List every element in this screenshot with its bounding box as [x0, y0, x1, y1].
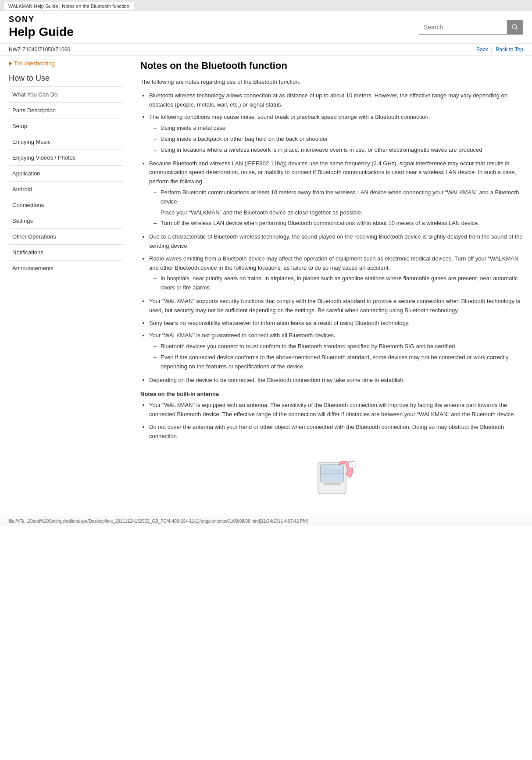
- browser-tab-bar: WALKMAN Help Guide | Notes on the Blueto…: [0, 0, 532, 11]
- nav-links: Back | Back to Top: [476, 46, 523, 53]
- main-bullet-item: Sony bears no responsibility whatsoever …: [149, 319, 523, 328]
- content-title: Notes on the Bluetooth function: [140, 60, 523, 71]
- sidebar-nav-link-enjoying-music[interactable]: Enjoying Music: [9, 134, 123, 150]
- sidebar-nav-item: Setup: [9, 118, 123, 134]
- sidebar-nav-link-notifications[interactable]: Notifications: [9, 245, 123, 260]
- sidebar-nav-link-announcements[interactable]: Announcements: [9, 260, 123, 276]
- search-box: [419, 20, 523, 35]
- antenna-diagram-svg: 1: [297, 450, 367, 503]
- svg-text:1: 1: [351, 462, 353, 467]
- antenna-bullet-item: Do not cover the antenna with your hand …: [149, 423, 523, 441]
- page-footer: file:///F|/...20and%20Settings/editorala…: [0, 516, 532, 526]
- sub-bullet-item: Using inside a backpack or other bag hel…: [154, 135, 523, 144]
- sony-logo: SONY: [9, 15, 74, 24]
- troubleshooting-link[interactable]: Troubleshooting: [9, 60, 123, 67]
- main-bullet-item: Radio waves emitting from a Bluetooth de…: [149, 254, 523, 293]
- sidebar-nav-item: What You Can Do: [9, 86, 123, 102]
- sidebar-nav-link-connections[interactable]: Connections: [9, 197, 123, 213]
- main-bullet-item: Your “WALKMAN” supports security functio…: [149, 297, 523, 315]
- sidebar-nav-item: Android: [9, 181, 123, 197]
- sub-bullet-item: Using in locations where a wireless netw…: [154, 146, 523, 155]
- search-button[interactable]: [507, 20, 523, 34]
- main-layout: Troubleshooting How to Use What You Can …: [0, 56, 532, 516]
- sidebar-nav-item: Announcements: [9, 260, 123, 276]
- header-left: SONY Help Guide: [9, 15, 74, 39]
- separator: |: [491, 46, 494, 53]
- search-icon: [511, 24, 518, 31]
- how-to-use-heading: How to Use: [9, 74, 123, 83]
- main-bullets: Bluetooth wireless technology allows con…: [149, 91, 523, 385]
- browser-tab: WALKMAN Help Guide | Notes on the Blueto…: [4, 2, 134, 10]
- sidebar-nav-link-settings[interactable]: Settings: [9, 213, 123, 228]
- back-link[interactable]: Back: [476, 46, 488, 53]
- back-to-top-link[interactable]: Back to Top: [496, 46, 523, 53]
- chevron-right-icon: [9, 61, 12, 66]
- sidebar-nav-item: Connections: [9, 197, 123, 213]
- sidebar-nav-link-android[interactable]: Android: [9, 182, 123, 197]
- antenna-heading: Notes on the built-in antenna: [140, 391, 523, 397]
- sidebar-nav-item: Application: [9, 165, 123, 181]
- sidebar-nav-item: Other Operations: [9, 228, 123, 244]
- sidebar-nav-item: Settings: [9, 213, 123, 228]
- sub-header: NWZ-Z1040/Z1050/Z1060 Back | Back to Top: [0, 44, 532, 56]
- antenna-diagram: 1: [140, 450, 523, 503]
- sub-bullet-item: Turn off the wireless LAN device when pe…: [154, 219, 523, 228]
- sub-bullet-item: In hospitals, near priority seats on tra…: [154, 274, 523, 293]
- sidebar-nav-link-other-operations[interactable]: Other Operations: [9, 229, 123, 244]
- sidebar-nav-link-parts-description[interactable]: Parts Description: [9, 103, 123, 118]
- main-bullet-item: Because Bluetooth and wireless LAN (IEEE…: [149, 159, 523, 228]
- main-bullet-item: Bluetooth wireless technology allows con…: [149, 91, 523, 110]
- site-title: Help Guide: [9, 25, 74, 39]
- sidebar-nav-link-application[interactable]: Application: [9, 166, 123, 181]
- sidebar-nav-item: Parts Description: [9, 102, 123, 118]
- sidebar-nav-item: Enjoying Music: [9, 134, 123, 150]
- sub-bullet-list: Using inside a metal caseUsing inside a …: [154, 124, 523, 154]
- main-bullet-item: Depending on the device to be connected,…: [149, 376, 523, 385]
- sub-bullet-list: Bluetooth devices you connect to must co…: [154, 342, 523, 371]
- sub-bullet-list: Perform Bluetooth communications at leas…: [154, 188, 523, 228]
- svg-rect-4: [323, 483, 341, 485]
- sub-bullet-item: Place your “WALKMAN” and the Bluetooth d…: [154, 208, 523, 218]
- sidebar: Troubleshooting How to Use What You Can …: [9, 60, 132, 511]
- content-intro: The following are notes regarding use of…: [140, 78, 523, 87]
- sidebar-nav-item: Enjoying Videos / Photos: [9, 150, 123, 165]
- sub-bullet-item: Using inside a metal case: [154, 124, 523, 133]
- sub-bullet-item: Perform Bluetooth communications at leas…: [154, 188, 523, 207]
- model-number: NWZ-Z1040/Z1050/Z1060: [9, 46, 70, 53]
- antenna-bullets: Your “WALKMAN” is equipped with an anten…: [149, 401, 523, 441]
- sub-bullet-item: Bluetooth devices you connect to must co…: [154, 342, 523, 351]
- antenna-bullet-item: Your “WALKMAN” is equipped with an anten…: [149, 401, 523, 419]
- sidebar-nav-link-what-you-can-do[interactable]: What You Can Do: [9, 87, 123, 102]
- main-bullet-item: The following conditions may cause noise…: [149, 113, 523, 154]
- sub-bullet-item: Even if the connected device conforms to…: [154, 353, 523, 371]
- sidebar-nav-link-setup[interactable]: Setup: [9, 118, 123, 134]
- site-header: SONY Help Guide: [0, 11, 532, 44]
- sub-bullet-list: In hospitals, near priority seats on tra…: [154, 274, 523, 293]
- main-bullet-item: Your “WALKMAN” is not guaranteed to conn…: [149, 331, 523, 371]
- sidebar-nav-item: Notifications: [9, 244, 123, 260]
- main-bullet-item: Due to a characteristic of Bluetooth wir…: [149, 232, 523, 251]
- search-input[interactable]: [419, 21, 507, 33]
- sidebar-nav: What You Can DoParts DescriptionSetupEnj…: [9, 86, 123, 276]
- sidebar-nav-link-enjoying-videos-/-photos[interactable]: Enjoying Videos / Photos: [9, 150, 123, 165]
- content-area: Notes on the Bluetooth function The foll…: [132, 60, 523, 511]
